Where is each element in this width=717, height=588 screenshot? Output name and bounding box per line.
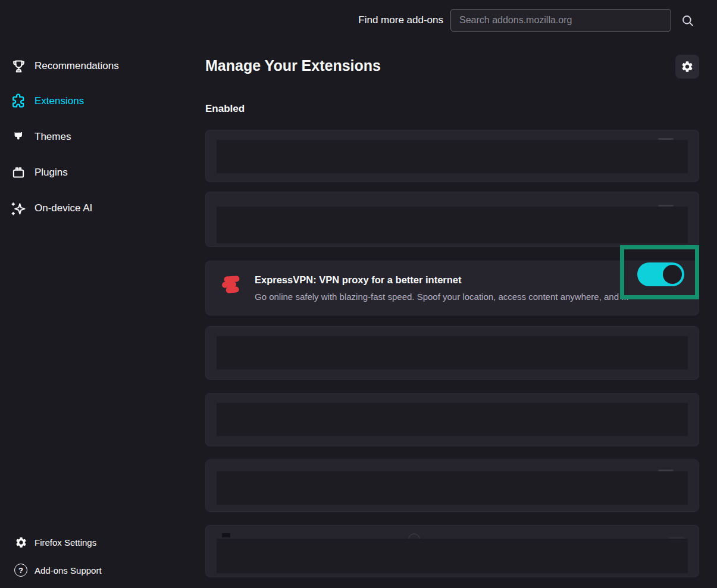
enabled-section-heading: Enabled bbox=[205, 103, 245, 115]
question-icon: ? bbox=[14, 564, 27, 577]
tools-for-all-addons-button[interactable] bbox=[675, 55, 699, 79]
search-icon bbox=[680, 13, 696, 29]
sidebar-item-label: Plugins bbox=[35, 167, 68, 179]
toggle-knob bbox=[663, 265, 682, 284]
extension-name[interactable]: ExpressVPN: VPN proxy for a better inter… bbox=[255, 274, 462, 286]
extension-card-expressvpn[interactable]: ExpressVPN: VPN proxy for a better inter… bbox=[205, 261, 699, 315]
redaction-overlay bbox=[217, 539, 688, 573]
sidebar-item-label: Add-ons Support bbox=[35, 565, 102, 576]
sparkle-icon bbox=[10, 200, 27, 217]
sidebar-item-label: On-device AI bbox=[35, 202, 92, 214]
sidebar-item-extensions[interactable]: Extensions bbox=[0, 92, 202, 111]
sidebar-item-label: Firefox Settings bbox=[35, 537, 96, 548]
redaction-overlay bbox=[217, 471, 688, 505]
redacted-icon-remnant bbox=[222, 533, 230, 537]
redaction-overlay bbox=[217, 403, 688, 436]
sidebar-item-recommendations[interactable]: Recommendations bbox=[0, 57, 202, 76]
search-input[interactable] bbox=[450, 9, 671, 32]
extension-card-redacted[interactable] bbox=[205, 459, 699, 512]
sidebar-item-on-device-ai[interactable]: On-device AI bbox=[0, 199, 202, 218]
extension-card-redacted[interactable] bbox=[205, 192, 699, 247]
plug-icon bbox=[10, 164, 27, 181]
sidebar-item-label: Themes bbox=[35, 131, 71, 143]
extension-card-redacted[interactable] bbox=[205, 326, 699, 380]
redaction-overlay bbox=[217, 336, 688, 370]
sidebar-item-plugins[interactable]: Plugins bbox=[0, 163, 202, 182]
sidebar-item-themes[interactable]: Themes bbox=[0, 127, 202, 146]
find-more-addons-label: Find more add-ons bbox=[321, 14, 443, 26]
page-title: Manage Your Extensions bbox=[205, 57, 381, 74]
sidebar-item-label: Recommendations bbox=[35, 60, 119, 72]
trophy-icon bbox=[10, 58, 27, 74]
extension-list: ExpressVPN: VPN proxy for a better inter… bbox=[205, 130, 699, 577]
redaction-overlay bbox=[217, 140, 688, 173]
extension-card-redacted[interactable] bbox=[205, 393, 699, 446]
extension-card-redacted[interactable] bbox=[205, 130, 699, 182]
extension-card-redacted[interactable] bbox=[205, 525, 699, 577]
puzzle-icon bbox=[10, 93, 27, 110]
gear-icon bbox=[14, 536, 27, 549]
paintbrush-icon bbox=[10, 129, 27, 145]
extension-description: Go online safely with blazing-fast speed… bbox=[255, 292, 695, 302]
redaction-overlay bbox=[217, 207, 688, 243]
search-submit-button[interactable] bbox=[679, 12, 697, 30]
sidebar-item-addons-support[interactable]: ? Add-ons Support bbox=[0, 561, 202, 580]
sidebar-item-label: Extensions bbox=[35, 95, 84, 107]
expressvpn-enable-toggle[interactable] bbox=[637, 262, 684, 286]
sidebar: Recommendations Extensions Themes Plugin… bbox=[0, 0, 202, 588]
gear-icon bbox=[681, 60, 694, 73]
sidebar-item-firefox-settings[interactable]: Firefox Settings bbox=[0, 533, 202, 552]
expressvpn-logo-icon bbox=[220, 272, 245, 297]
